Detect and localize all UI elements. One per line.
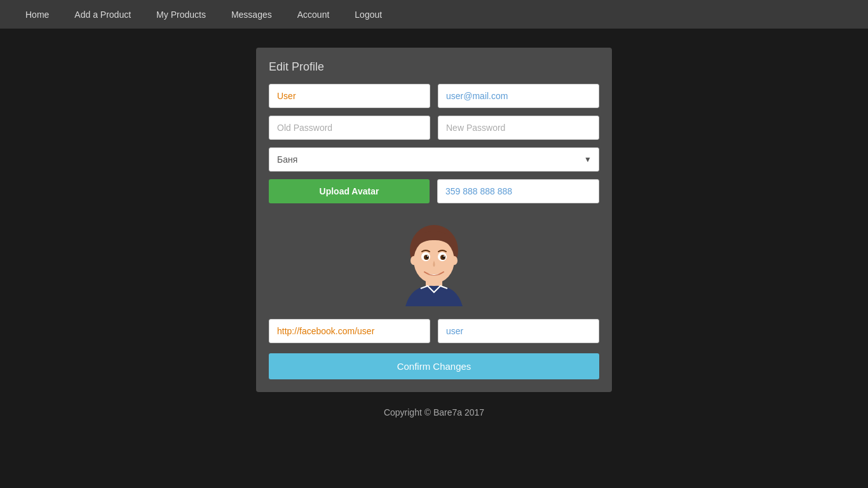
row-username-email	[269, 84, 599, 108]
row-avatar-phone: Upload Avatar	[269, 179, 599, 203]
main-nav: Home Add a Product My Products Messages …	[0, 0, 868, 29]
new-password-input[interactable]	[438, 116, 599, 140]
card-title: Edit Profile	[269, 60, 599, 74]
row-city: Баня София Пловдив Варна	[269, 147, 599, 172]
nav-account[interactable]: Account	[285, 2, 342, 27]
confirm-changes-button[interactable]: Confirm Changes	[269, 353, 599, 379]
phone-input[interactable]	[437, 179, 599, 203]
svg-point-10	[444, 255, 445, 257]
nav-my-products[interactable]: My Products	[144, 2, 219, 27]
svg-point-11	[410, 256, 417, 265]
avatar-image	[393, 217, 475, 306]
avatar-section	[269, 211, 599, 319]
page-wrapper: Edit Profile Баня София Пловдив Варна	[0, 29, 868, 437]
nav-home[interactable]: Home	[13, 2, 62, 27]
footer-text: Copyright © Bare7a 2017	[384, 407, 484, 417]
city-select[interactable]: Баня София Пловдив Варна	[269, 147, 599, 172]
row-facebook-username	[269, 319, 599, 343]
svg-point-12	[451, 256, 458, 265]
footer: Copyright © Bare7a 2017	[384, 407, 484, 417]
email-input[interactable]	[438, 84, 599, 108]
row-passwords	[269, 116, 599, 140]
facebook-input[interactable]	[269, 319, 430, 343]
svg-point-9	[427, 255, 428, 257]
nav-logout[interactable]: Logout	[342, 2, 395, 27]
nav-add-product[interactable]: Add a Product	[62, 2, 144, 27]
nav-messages[interactable]: Messages	[219, 2, 285, 27]
username2-input[interactable]	[438, 319, 599, 343]
username-input[interactable]	[269, 84, 430, 108]
upload-avatar-button[interactable]: Upload Avatar	[269, 179, 430, 203]
old-password-input[interactable]	[269, 116, 430, 140]
city-select-wrapper: Баня София Пловдив Варна	[269, 147, 599, 172]
edit-profile-card: Edit Profile Баня София Пловдив Варна	[256, 48, 612, 392]
